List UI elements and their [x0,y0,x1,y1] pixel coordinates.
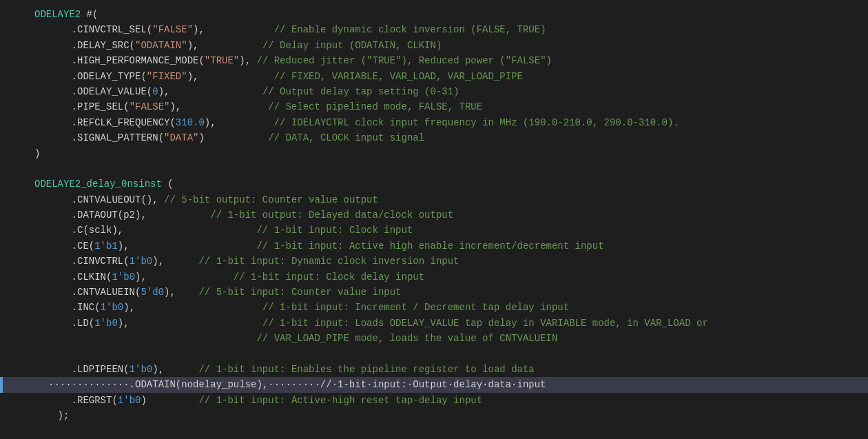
line-inst-decl: ODELAYE2_delay_0nsinst ( [0,176,868,192]
line-ld-port: .LD(1'b0), // 1-bit input: Loads ODELAY_… [0,316,868,331]
line-blank-3 [0,424,868,439]
line-signal-pattern: .SIGNAL_PATTERN("DATA") // DATA, CLOCK i… [0,130,868,145]
keyword-odelaye2-inst: ODELAYE2_delay_0nsinst [34,176,162,192]
line-dataout: .DATAOUT(p2), // 1-bit output: Delayed d… [0,207,868,223]
line-regrst: .REGRST(1'b0) // 1-bit input: Active-hig… [0,393,868,408]
line-close-paren: ) [0,146,868,161]
line-end-inst: ); [0,408,868,423]
line-delay-src: .DELAY_SRC("ODATAIN"), // Delay input (O… [0,38,868,53]
line-inc-port: .INC(1'b0), // 1-bit input: Increment / … [0,300,868,315]
line-indicator [0,377,3,392]
line-cinvctrl-sel: .CINVCTRL_SEL("FALSE"), // Enable dynami… [0,22,868,37]
line-blank-1 [0,161,868,176]
line-high-perf: .HIGH_PERFORMANCE_MODE("TRUE"), // Reduc… [0,53,868,68]
line-refclk: .REFCLK_FREQUENCY(310.0), // IDELAYCTRL … [0,115,868,130]
line-odelay-value: .ODELAY_VALUE(0), // Output delay tap se… [0,84,868,99]
line-blank-2 [0,347,868,362]
line-ce-port: .CE(1'b1), // 1-bit input: Active high e… [0,238,868,254]
code-editor: ODELAYE2 #( .CINVCTRL_SEL("FALSE"), // E… [0,0,868,439]
line-pipe-sel: .PIPE_SEL("FALSE"), // Select pipelined … [0,99,868,114]
line-ld-comment: // VAR_LOAD_PIPE mode, loads the value o… [0,331,868,346]
line-cntvaluein: .CNTVALUEIN(5'd0), // 5-bit input: Count… [0,285,868,300]
line-odatain: ··············.ODATAIN(nodelay_pulse),··… [0,377,868,392]
line-cinvctrl-port: .CINVCTRL(1'b0), // 1-bit input: Dynamic… [0,254,868,269]
line-1: ODELAYE2 #( [0,7,868,22]
line-ldpipeen: .LDPIPEEN(1'b0), // 1-bit input: Enables… [0,362,868,377]
line-odelay-type: .ODELAY_TYPE("FIXED"), // FIXED, VARIABL… [0,69,868,84]
keyword-odelaye2: ODELAYE2 [34,7,81,22]
line-clkin-port: .CLKIN(1'b0), // 1-bit input: Clock dela… [0,269,868,285]
line-cntvalueout: .CNTVALUEOUT(), // 5-bit output: Counter… [0,192,868,207]
line-c-port: .C(sclk), // 1-bit input: Clock input [0,223,868,238]
